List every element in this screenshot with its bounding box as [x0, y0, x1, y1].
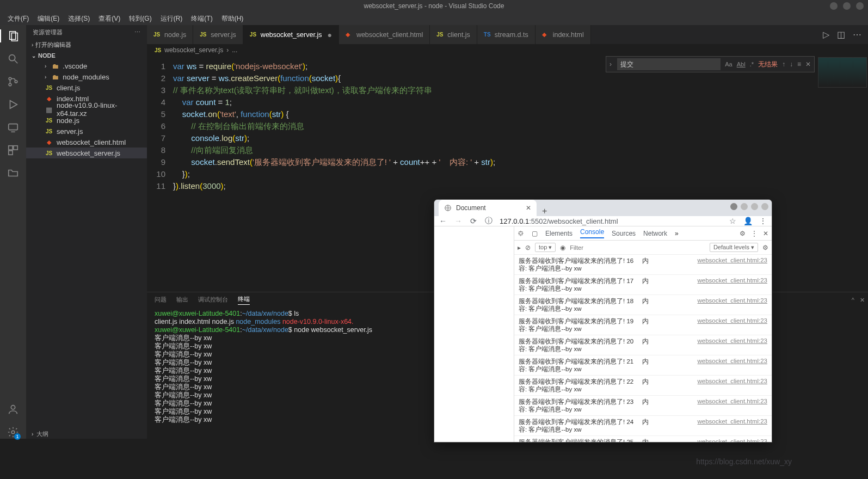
panel-tab[interactable]: 输出 [176, 296, 188, 305]
address-bar[interactable]: 127.0.0.1:5502/websocket_client.html [500, 217, 722, 225]
console-source-link[interactable]: websocket_client.html:23 [698, 378, 767, 393]
maximize-icon[interactable] [843, 2, 851, 10]
minimap[interactable] [818, 57, 867, 88]
forward-icon[interactable]: → [454, 217, 463, 225]
menu-item[interactable]: 转到(G) [125, 14, 156, 23]
editor-tab[interactable]: JSserver.js [193, 25, 243, 44]
devtools-tab-network[interactable]: Network [643, 230, 667, 237]
remote-icon[interactable] [7, 121, 20, 134]
console-source-link[interactable]: websocket_client.html:23 [698, 297, 767, 312]
console-row[interactable]: 服务器端收到客户端端发来的消息了! 16 内容: 客户端消息--by xwweb… [514, 255, 772, 275]
editor-tab[interactable]: JSwebsocket_server.js● [243, 25, 339, 44]
find-in-selection-icon[interactable]: ≡ [797, 58, 801, 70]
tree-item[interactable]: JSclient.js [26, 82, 147, 93]
console-source-link[interactable]: websocket_client.html:23 [698, 317, 767, 333]
console-row[interactable]: 服务器端收到客户端端发来的消息了! 23 内容: 客户端消息--by xwweb… [514, 396, 772, 416]
toggle-sidebar-icon[interactable]: ▸ [518, 244, 521, 251]
star-icon[interactable]: ☆ [728, 217, 737, 225]
menu-icon[interactable]: ⋮ [759, 217, 767, 225]
console-source-link[interactable]: websocket_client.html:23 [698, 277, 767, 292]
devtools-menu-icon[interactable]: ⋮ [751, 230, 758, 237]
device-icon[interactable]: ▢ [532, 230, 538, 237]
search-icon[interactable] [7, 52, 20, 65]
menu-item[interactable]: 选择(S) [64, 14, 94, 23]
minimize-icon[interactable] [741, 203, 748, 210]
console-source-link[interactable]: websocket_client.html:23 [698, 418, 767, 433]
regex-icon[interactable]: .* [750, 58, 754, 70]
tree-item[interactable]: ◆websocket_client.html [26, 137, 147, 148]
log-levels-selector[interactable]: Default levels ▾ [710, 243, 758, 252]
context-selector[interactable]: top ▾ [535, 243, 556, 252]
menu-item[interactable]: 运行(R) [156, 14, 187, 23]
console-row[interactable]: 服务器端收到客户端端发来的消息了! 25 内容: 客户端消息--by xwweb… [514, 436, 772, 442]
console-row[interactable]: 服务器端收到客户端端发来的消息了! 20 内容: 客户端消息--by xwweb… [514, 335, 772, 355]
back-icon[interactable]: ← [439, 217, 447, 225]
extensions-icon[interactable] [7, 144, 20, 157]
account-icon[interactable] [7, 403, 20, 416]
console-row[interactable]: 服务器端收到客户端端发来的消息了! 21 内容: 客户端消息--by xwweb… [514, 355, 772, 376]
minimize-icon[interactable] [830, 2, 838, 10]
console-output[interactable]: 服务器端收到客户端端发来的消息了! 16 内容: 客户端消息--by xwweb… [514, 255, 772, 442]
console-source-link[interactable]: websocket_client.html:23 [698, 337, 767, 353]
folder-icon[interactable] [7, 167, 20, 180]
project-section[interactable]: ⌄ NODE [26, 51, 147, 60]
console-row[interactable]: 服务器端收到客户端端发来的消息了! 22 内容: 客户端消息--by xwweb… [514, 376, 772, 396]
tree-item[interactable]: ›🖿.vscode [26, 60, 147, 71]
close-icon[interactable] [856, 2, 864, 10]
prev-match-icon[interactable]: ↑ [782, 58, 785, 70]
profile-icon[interactable]: 👤 [743, 217, 752, 225]
console-source-link[interactable]: websocket_client.html:23 [698, 398, 767, 413]
panel-tab[interactable]: 终端 [238, 295, 250, 305]
open-editors-section[interactable]: › 打开的编辑器 [26, 39, 147, 51]
more-icon[interactable]: ⋯ [134, 29, 140, 36]
console-source-link[interactable]: websocket_client.html:23 [698, 438, 767, 442]
devtools-close-icon[interactable]: ✕ [763, 230, 768, 237]
editor-tab[interactable]: ◆websocket_client.html [339, 25, 430, 44]
tree-item[interactable]: JSserver.js [26, 126, 147, 137]
filter-input[interactable] [570, 244, 608, 251]
menu-item[interactable]: 帮助(H) [217, 14, 248, 23]
page-viewport[interactable] [434, 226, 514, 442]
menu-item[interactable]: 查看(V) [94, 14, 125, 23]
more-actions-icon[interactable]: ⋯ [853, 29, 861, 40]
devtools-tab-sources[interactable]: Sources [612, 230, 636, 237]
console-source-link[interactable]: websocket_client.html:23 [698, 358, 767, 373]
editor-tab[interactable]: ◆index.html [535, 25, 591, 44]
chevron-right-icon[interactable]: › [610, 58, 612, 70]
match-word-icon[interactable]: Abl [737, 58, 746, 70]
find-input[interactable] [617, 58, 721, 70]
browser-tab[interactable]: Document ✕ [439, 200, 537, 216]
next-match-icon[interactable]: ↓ [790, 58, 793, 70]
source-control-icon[interactable] [7, 75, 20, 88]
devtools-tab-elements[interactable]: Elements [545, 230, 572, 237]
console-source-link[interactable]: websocket_client.html:23 [698, 257, 767, 272]
clear-console-icon[interactable]: ⊘ [525, 244, 531, 251]
close-panel-icon[interactable]: ✕ [860, 297, 865, 304]
maximize-icon[interactable] [751, 203, 758, 210]
console-row[interactable]: 服务器端收到客户端端发来的消息了! 24 内容: 客户端消息--by xwweb… [514, 416, 772, 436]
console-row[interactable]: 服务器端收到客户端端发来的消息了! 17 内容: 客户端消息--by xwweb… [514, 275, 772, 295]
editor-tab[interactable]: JSnode.js [147, 25, 193, 44]
run-icon[interactable]: ▷ [823, 29, 829, 40]
menu-item[interactable]: 终端(T) [187, 14, 217, 23]
new-tab-icon[interactable]: + [537, 206, 552, 216]
close-tab-icon[interactable]: ✕ [526, 204, 531, 212]
run-debug-icon[interactable] [7, 98, 20, 111]
match-case-icon[interactable]: Aa [725, 58, 732, 70]
live-expression-icon[interactable]: ◉ [560, 244, 565, 251]
tab-dirty-icon[interactable]: ● [327, 30, 331, 39]
settings-gear-icon[interactable]: 1 [7, 426, 20, 439]
outline-section[interactable]: › 大纲 [26, 429, 147, 439]
panel-tab[interactable]: 问题 [155, 296, 167, 305]
tree-item[interactable]: ▦node-v10.9.0-linux-x64.tar.xz [26, 104, 147, 115]
close-icon[interactable] [761, 203, 768, 210]
breadcrumb[interactable]: JS websocket_server.js › ... [147, 44, 868, 56]
menu-item[interactable]: 文件(F) [3, 14, 33, 23]
tree-item[interactable]: JSwebsocket_server.js [26, 148, 147, 158]
explorer-icon[interactable] [0, 29, 26, 42]
info-icon[interactable]: ⓘ [484, 216, 493, 226]
console-settings-icon[interactable]: ⚙ [762, 244, 768, 251]
menu-item[interactable]: 编辑(E) [33, 14, 64, 23]
reload-icon[interactable]: ⟳ [469, 217, 478, 225]
editor-tab[interactable]: TSstream.d.ts [477, 25, 535, 44]
